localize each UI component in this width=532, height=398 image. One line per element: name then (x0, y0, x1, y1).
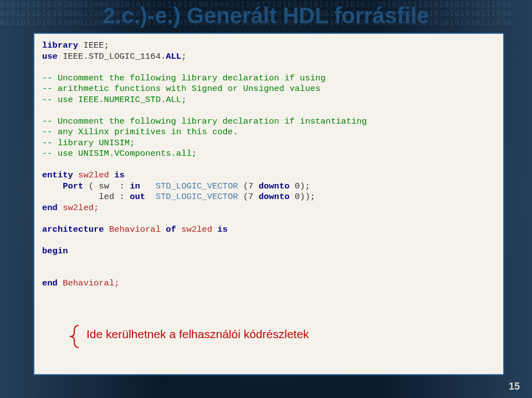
keyword-library: library (42, 40, 78, 50)
code-box: library IEEE; use IEEE.STD_LOGIC_1164.AL… (33, 33, 504, 375)
comment-line: -- Uncomment the following library decla… (42, 73, 326, 83)
keyword-use: use (42, 52, 58, 62)
comment-line: -- Uncomment the following library decla… (42, 116, 367, 126)
annotation-text: Ide kerülhetnek a felhasználói kódrészle… (86, 328, 309, 341)
keyword-architecture: architecture (42, 224, 104, 234)
keyword-entity: entity (42, 170, 73, 180)
comment-line: -- any Xilinx primitives in this code. (42, 127, 238, 137)
keyword-begin: begin (42, 246, 68, 256)
slide: 2.c.)-e.) Generált HDL forrásfile librar… (0, 0, 532, 398)
brace-icon (68, 324, 82, 349)
page-number: 15 (509, 381, 520, 392)
keyword-end: end (42, 203, 58, 213)
keyword-port: Port (42, 181, 83, 191)
slide-title: 2.c.)-e.) Generált HDL forrásfile (0, 3, 532, 28)
comment-line: -- arithmetic functions with Signed or U… (42, 84, 320, 94)
comment-line: -- library UNISIM; (42, 138, 135, 148)
comment-line: -- use UNISIM.VComponents.all; (42, 149, 197, 159)
keyword-end: end (42, 278, 58, 288)
comment-line: -- use IEEE.NUMERIC_STD.ALL; (42, 95, 186, 105)
annotation: Ide kerülhetnek a felhasználói kódrészle… (68, 324, 309, 349)
vhdl-code: library IEEE; use IEEE.STD_LOGIC_1164.AL… (42, 40, 495, 289)
